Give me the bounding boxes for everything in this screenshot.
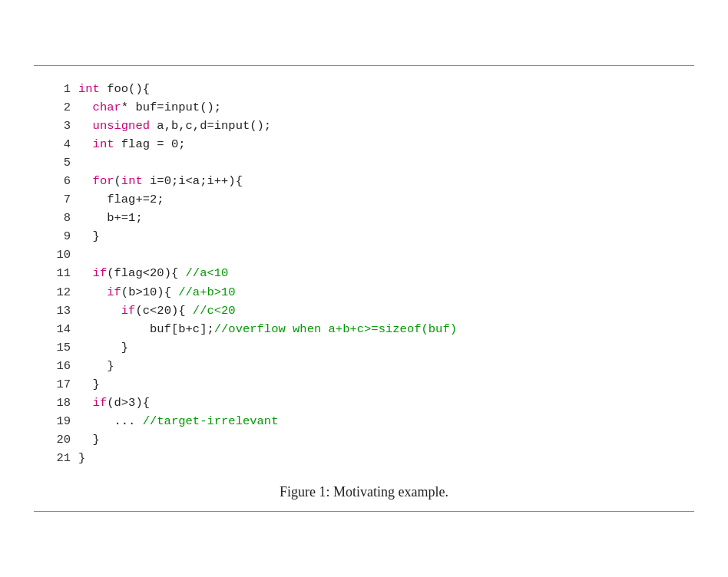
code-token: (: [114, 174, 121, 188]
code-token: }: [78, 451, 85, 465]
line-content: }: [78, 449, 85, 467]
code-token: }: [78, 341, 128, 354]
keyword-token: unsigned: [93, 119, 150, 133]
code-token: b+=1;: [78, 211, 143, 225]
line-content: }: [78, 375, 100, 394]
keyword-token: char: [93, 101, 121, 114]
code-token: flag = 0;: [114, 137, 186, 151]
code-token: }: [78, 433, 100, 447]
line-number: 17: [49, 375, 71, 394]
code-token: [78, 396, 93, 410]
line-number: 14: [49, 320, 71, 338]
code-line: 4 int flag = 0;: [49, 135, 679, 153]
line-number: 4: [49, 135, 71, 153]
line-number: 3: [49, 117, 71, 135]
line-number: 12: [49, 283, 71, 302]
code-line: 14 buf[b+c];//overflow when a+b+c>=sizeo…: [49, 320, 679, 338]
code-line: 18 if(d>3){: [49, 394, 679, 412]
code-line: 3 unsigned a,b,c,d=input();: [49, 117, 679, 135]
line-number: 5: [49, 153, 71, 172]
code-line: 1int foo(){: [49, 80, 679, 98]
comment-token: //a<10: [186, 266, 229, 280]
line-content: if(c<20){ //c<20: [78, 302, 236, 320]
code-line: 7 flag+=2;: [49, 190, 679, 209]
code-line: 13 if(c<20){ //c<20: [49, 302, 679, 320]
code-token: }: [78, 359, 114, 373]
line-content: if(b>10){ //a+b>10: [78, 283, 236, 302]
line-number: 21: [49, 449, 71, 467]
line-number: 15: [49, 338, 71, 357]
line-number: 9: [49, 227, 71, 246]
figure-container: 1int foo(){2 char* buf=input();3 unsigne…: [34, 65, 694, 511]
code-token: * buf=input();: [121, 101, 221, 114]
code-token: [78, 137, 93, 151]
line-number: 20: [49, 430, 71, 449]
line-content: for(int i=0;i<a;i++){: [78, 172, 243, 190]
code-line: 12 if(b>10){ //a+b>10: [49, 283, 679, 302]
line-content: }: [78, 338, 128, 357]
code-token: foo(){: [100, 82, 150, 96]
code-token: }: [78, 229, 100, 243]
line-content: int foo(){: [78, 80, 150, 98]
keyword-token: int: [78, 82, 100, 96]
code-line: 11 if(flag<20){ //a<10: [49, 264, 679, 282]
code-line: 9 }: [49, 227, 679, 246]
code-token: buf[b+c];: [78, 322, 214, 336]
code-token: [78, 174, 93, 188]
code-line: 6 for(int i=0;i<a;i++){: [49, 172, 679, 190]
comment-token: //c<20: [193, 304, 236, 318]
line-content: }: [78, 227, 100, 246]
code-token: a,b,c,d=input();: [150, 119, 271, 133]
line-content: unsigned a,b,c,d=input();: [78, 117, 271, 135]
code-line: 19 ... //target-irrelevant: [49, 412, 679, 430]
code-line: 10: [49, 246, 679, 264]
keyword-token: if: [107, 285, 121, 299]
line-content: int flag = 0;: [78, 135, 186, 153]
line-content: if(d>3){: [78, 394, 150, 412]
code-token: [78, 119, 93, 133]
comment-token: //a+b>10: [178, 285, 235, 299]
code-line: 20 }: [49, 430, 679, 449]
code-line: 8 b+=1;: [49, 209, 679, 227]
line-number: 6: [49, 172, 71, 190]
code-token: (flag<20){: [107, 266, 185, 280]
line-number: 13: [49, 302, 71, 320]
code-line: 17 }: [49, 375, 679, 394]
figure-caption: Figure 1: Motivating example.: [34, 484, 694, 500]
keyword-token: for: [93, 174, 114, 188]
line-content: b+=1;: [78, 209, 143, 227]
line-number: 7: [49, 190, 71, 209]
code-line: 15 }: [49, 338, 679, 357]
line-number: 8: [49, 209, 71, 227]
code-token: (b>10){: [121, 285, 178, 299]
line-number: 10: [49, 246, 71, 264]
code-line: 5: [49, 153, 679, 172]
code-line: 2 char* buf=input();: [49, 98, 679, 117]
code-token: ...: [78, 414, 143, 428]
code-line: 21}: [49, 449, 679, 467]
keyword-token: if: [93, 396, 108, 410]
keyword-token: if: [121, 304, 136, 318]
code-token: (d>3){: [107, 396, 150, 410]
keyword-token: if: [93, 266, 108, 280]
code-token: [78, 285, 107, 299]
code-token: (c<20){: [135, 304, 192, 318]
keyword-token: int: [121, 174, 143, 188]
line-content: }: [78, 430, 100, 449]
line-number: 18: [49, 394, 71, 412]
line-number: 2: [49, 98, 71, 117]
line-content: ... //target-irrelevant: [78, 412, 278, 430]
code-token: flag+=2;: [78, 193, 164, 206]
line-number: 1: [49, 80, 71, 98]
line-content: }: [78, 357, 114, 375]
comment-token: //overflow when a+b+c>=sizeof(buf): [214, 322, 457, 336]
line-number: 16: [49, 357, 71, 375]
line-content: buf[b+c];//overflow when a+b+c>=sizeof(b…: [78, 320, 457, 338]
code-token: [78, 304, 121, 318]
line-content: flag+=2;: [78, 190, 164, 209]
code-block: 1int foo(){2 char* buf=input();3 unsigne…: [34, 80, 694, 467]
code-line: 16 }: [49, 357, 679, 375]
comment-token: //target-irrelevant: [143, 414, 279, 428]
line-number: 11: [49, 264, 71, 282]
keyword-token: int: [93, 137, 114, 151]
